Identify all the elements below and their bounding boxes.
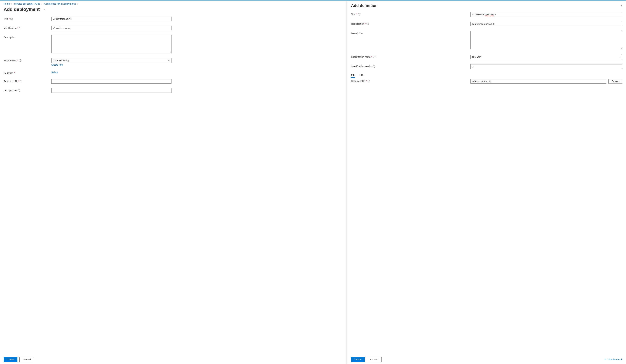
- required-icon: *: [371, 56, 372, 58]
- more-menu-icon[interactable]: ⋯: [43, 8, 47, 11]
- page-title: Add deployment: [4, 7, 40, 12]
- required-icon: *: [366, 80, 367, 82]
- runtime-url-label: Runtime URL: [4, 80, 17, 83]
- info-icon[interactable]: i: [373, 65, 375, 67]
- chevron-right-icon: 〉: [11, 3, 13, 5]
- panel-discard-button[interactable]: Discard: [367, 357, 382, 362]
- required-icon: *: [14, 72, 15, 74]
- spec-version-label: Specification version: [351, 65, 372, 68]
- chevron-right-icon: 〉: [77, 3, 79, 5]
- create-button[interactable]: Create: [4, 357, 17, 362]
- info-icon[interactable]: i: [368, 80, 370, 82]
- panel-description-label: Description: [351, 32, 362, 35]
- browse-button[interactable]: Browse: [608, 79, 622, 84]
- title-label: Title: [4, 18, 8, 20]
- definition-select-link[interactable]: Select: [51, 71, 58, 74]
- tab-file[interactable]: File: [351, 74, 355, 78]
- breadcrumb-deployments[interactable]: Conference API | Deployments: [44, 2, 76, 5]
- page-footer: Create Discard: [0, 356, 338, 364]
- panel-create-button[interactable]: Create: [351, 357, 365, 362]
- spec-name-select[interactable]: [470, 55, 622, 59]
- give-feedback-link[interactable]: Give feedback: [604, 358, 623, 361]
- add-definition-panel: Add definition ✕ Title * i Conference Op…: [347, 1, 626, 364]
- feedback-icon: [604, 358, 607, 361]
- info-icon[interactable]: i: [20, 80, 22, 82]
- required-icon: *: [356, 13, 357, 16]
- spec-name-label: Specification name: [351, 56, 370, 58]
- environment-select[interactable]: [51, 58, 171, 63]
- tab-url[interactable]: URL: [359, 74, 364, 78]
- api-approver-label: API Approver: [4, 89, 17, 92]
- identification-label: Identification: [4, 27, 17, 30]
- description-label: Description: [4, 36, 15, 39]
- deployment-form: Title * i Identification * i Description: [4, 17, 171, 93]
- info-icon[interactable]: i: [373, 56, 375, 58]
- create-new-environment-link[interactable]: Create new: [51, 64, 63, 66]
- environment-label: Environment: [4, 59, 17, 62]
- file-url-tabs: File URL: [351, 74, 622, 78]
- description-textarea[interactable]: [51, 35, 171, 53]
- close-icon[interactable]: ✕: [620, 4, 622, 7]
- discard-button[interactable]: Discard: [19, 357, 34, 362]
- panel-identification-input[interactable]: [470, 22, 622, 26]
- title-input[interactable]: [51, 17, 171, 21]
- required-icon: *: [365, 23, 366, 25]
- info-icon[interactable]: i: [10, 18, 13, 20]
- required-icon: *: [18, 80, 19, 83]
- breadcrumb-home[interactable]: Home: [4, 2, 10, 5]
- panel-description-textarea[interactable]: [470, 31, 622, 49]
- info-icon[interactable]: i: [366, 23, 369, 25]
- runtime-url-input[interactable]: [51, 79, 171, 84]
- info-icon[interactable]: i: [19, 27, 21, 29]
- api-approver-input[interactable]: [51, 88, 171, 93]
- required-icon: *: [17, 59, 18, 62]
- spec-version-input[interactable]: [470, 64, 622, 69]
- info-icon[interactable]: i: [19, 59, 21, 62]
- required-icon: *: [9, 18, 9, 20]
- breadcrumb-api-center[interactable]: contoso-api-center | APIs: [14, 2, 40, 5]
- panel-title: Add definition: [351, 3, 378, 8]
- document-file-label: Document file: [351, 80, 365, 82]
- info-icon[interactable]: i: [18, 89, 20, 92]
- chevron-right-icon: 〉: [41, 3, 43, 5]
- document-file-input[interactable]: [470, 79, 607, 84]
- panel-title-label: Title: [351, 13, 355, 16]
- panel-footer: Create Discard Give feedback: [347, 356, 626, 364]
- svg-point-0: [605, 359, 605, 359]
- panel-title-input[interactable]: Conference OpenAPI 2: [470, 12, 622, 17]
- identification-input[interactable]: [51, 26, 171, 31]
- panel-identification-label: Identification: [351, 23, 364, 25]
- definition-label: Definition: [4, 72, 13, 74]
- info-icon[interactable]: i: [358, 13, 360, 15]
- required-icon: *: [17, 27, 18, 30]
